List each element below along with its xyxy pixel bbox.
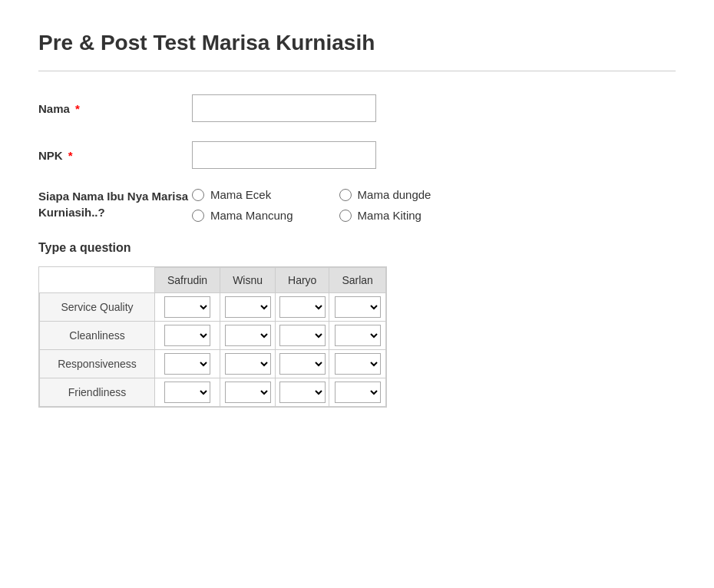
npk-input[interactable]: [192, 141, 376, 169]
table-header-row: Safrudin Wisnu Haryo Sarlan: [40, 268, 386, 293]
radio-option-mama-kiting[interactable]: Mama Kiting: [339, 209, 431, 222]
cell-friend-haryo: [276, 378, 329, 407]
select-resp-wisnu[interactable]: [225, 353, 271, 375]
select-friend-haryo[interactable]: [279, 382, 326, 403]
grid-section: Type a question Safrudin Wisnu Haryo Sar…: [38, 241, 676, 411]
radio-input-mama-ecek[interactable]: [192, 189, 204, 201]
header-empty: [40, 268, 155, 293]
npk-group: NPK *: [38, 141, 676, 169]
nama-required-star: *: [75, 102, 80, 115]
cell-resp-haryo: [276, 350, 329, 378]
nama-group: Nama *: [38, 94, 676, 122]
rating-table: Safrudin Wisnu Haryo Sarlan Service Qual…: [39, 267, 386, 407]
cell-service-sarlan: [329, 293, 385, 322]
radio-option-mama-dungde[interactable]: Mama dungde: [339, 188, 431, 201]
radio-options-container: Mama Ecek Mama dungde Mama Mancung Mama …: [192, 188, 431, 222]
select-service-safrudin[interactable]: [164, 296, 210, 318]
grid-table-wrapper: Safrudin Wisnu Haryo Sarlan Service Qual…: [38, 266, 387, 408]
select-resp-sarlan[interactable]: [335, 353, 381, 375]
select-clean-wisnu[interactable]: [225, 325, 271, 346]
header-sarlan: Sarlan: [329, 268, 385, 293]
table-row: Cleanliness: [40, 322, 386, 350]
row-label-cleanliness: Cleanliness: [40, 322, 155, 350]
cell-resp-safrudin: [155, 350, 220, 378]
page-title: Pre & Post Test Marisa Kurniasih: [38, 31, 676, 55]
npk-label: NPK *: [38, 149, 192, 162]
cell-friend-safrudin: [155, 378, 220, 407]
radio-input-mama-dungde[interactable]: [339, 189, 352, 201]
header-wisnu: Wisnu: [220, 268, 276, 293]
header-haryo: Haryo: [276, 268, 329, 293]
select-service-wisnu[interactable]: [225, 296, 271, 318]
npk-required-star: *: [68, 149, 73, 162]
cell-service-safrudin: [155, 293, 220, 322]
row-label-responsiveness: Responsiveness: [40, 350, 155, 378]
row-label-friendliness: Friendliness: [40, 378, 155, 407]
cell-clean-wisnu: [220, 322, 276, 350]
grid-section-title: Type a question: [38, 241, 676, 255]
row-label-service-quality: Service Quality: [40, 293, 155, 322]
cell-clean-safrudin: [155, 322, 220, 350]
cell-resp-wisnu: [220, 350, 276, 378]
radio-option-mama-ecek[interactable]: Mama Ecek: [192, 188, 293, 201]
cell-service-haryo: [276, 293, 329, 322]
select-clean-safrudin[interactable]: [164, 325, 210, 346]
select-service-sarlan[interactable]: [335, 296, 381, 318]
select-friend-safrudin[interactable]: [164, 382, 210, 403]
table-row: Friendliness: [40, 378, 386, 407]
radio-question-group: Siapa Nama Ibu Nya Marisa Kurniasih..? M…: [38, 188, 676, 222]
select-service-haryo[interactable]: [279, 296, 326, 318]
cell-clean-sarlan: [329, 322, 385, 350]
nama-input[interactable]: [192, 94, 376, 122]
radio-input-mama-mancung[interactable]: [192, 210, 204, 222]
radio-option-mama-mancung[interactable]: Mama Mancung: [192, 209, 293, 222]
select-friend-wisnu[interactable]: [225, 382, 271, 403]
table-row: Responsiveness: [40, 350, 386, 378]
cell-friend-sarlan: [329, 378, 385, 407]
select-resp-safrudin[interactable]: [164, 353, 210, 375]
header-safrudin: Safrudin: [155, 268, 220, 293]
divider: [38, 71, 676, 71]
select-resp-haryo[interactable]: [279, 353, 326, 375]
cell-service-wisnu: [220, 293, 276, 322]
select-clean-haryo[interactable]: [279, 325, 326, 346]
table-row: Service Quality: [40, 293, 386, 322]
select-friend-sarlan[interactable]: [335, 382, 381, 403]
cell-friend-wisnu: [220, 378, 276, 407]
radio-input-mama-kiting[interactable]: [339, 210, 352, 222]
cell-clean-haryo: [276, 322, 329, 350]
cell-resp-sarlan: [329, 350, 385, 378]
radio-question-label: Siapa Nama Ibu Nya Marisa Kurniasih..?: [38, 188, 192, 220]
nama-label: Nama *: [38, 102, 192, 115]
select-clean-sarlan[interactable]: [335, 325, 381, 346]
